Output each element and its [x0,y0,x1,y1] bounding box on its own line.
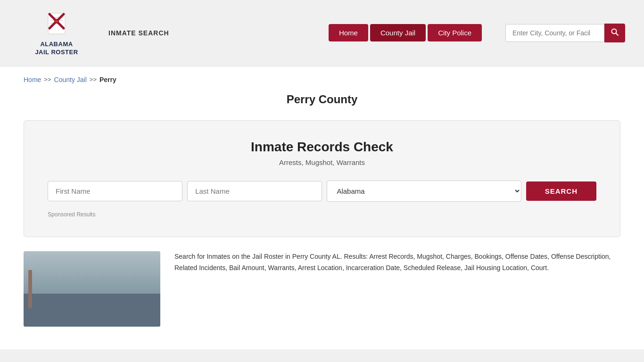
breadcrumb-sep2: >> [90,76,97,83]
logo-icon [42,9,71,38]
state-select[interactable]: AlabamaAlaskaArizonaArkansasCaliforniaCo… [327,181,521,202]
svg-point-7 [55,20,58,23]
nav-buttons: Home County Jail City Police [329,24,482,41]
logo-line1: ALABAMA [40,41,73,48]
logo-area: ALABAMA JAIL ROSTER [19,9,94,57]
nav-city-police-button[interactable]: City Police [428,24,482,41]
header-search-button[interactable] [604,24,625,42]
breadcrumb-home-link[interactable]: Home [24,76,41,83]
breadcrumb-sep1: >> [44,76,51,83]
search-form: AlabamaAlaskaArizonaArkansasCaliforniaCo… [48,181,596,202]
svg-line-9 [616,33,619,35]
header-search-bar [505,24,625,42]
search-card-subtitle: Arrests, Mugshot, Warrants [48,158,596,166]
page-title: Perry County [24,93,620,106]
breadcrumb-county-jail-link[interactable]: County Jail [54,76,87,83]
description-text: Search for Inmates on the Jail Roster in… [174,251,620,327]
nav-home-button[interactable]: Home [329,24,368,41]
logo-text: ALABAMA JAIL ROSTER [35,41,78,57]
header: ALABAMA JAIL ROSTER INMATE SEARCH Home C… [0,0,644,66]
header-search-input[interactable] [505,24,604,42]
main-content: Home >> County Jail >> Perry Perry Count… [0,66,644,349]
lower-section: Search for Inmates on the Jail Roster in… [24,251,620,327]
building-image [24,251,160,327]
building-image-inner [24,251,160,327]
inmate-search-label: INMATE SEARCH [108,29,169,37]
sponsored-label: Sponsored Results [48,211,596,218]
breadcrumb: Home >> County Jail >> Perry [24,76,620,83]
first-name-input[interactable] [48,181,182,201]
breadcrumb-current: Perry [99,76,116,83]
search-card-title: Inmate Records Check [48,140,596,155]
last-name-input[interactable] [187,181,322,201]
search-button[interactable]: SEARCH [526,181,596,201]
logo-line2: JAIL ROSTER [35,49,78,56]
nav-county-jail-button[interactable]: County Jail [370,24,426,41]
search-icon [611,28,619,36]
search-card: Inmate Records Check Arrests, Mugshot, W… [24,120,620,237]
